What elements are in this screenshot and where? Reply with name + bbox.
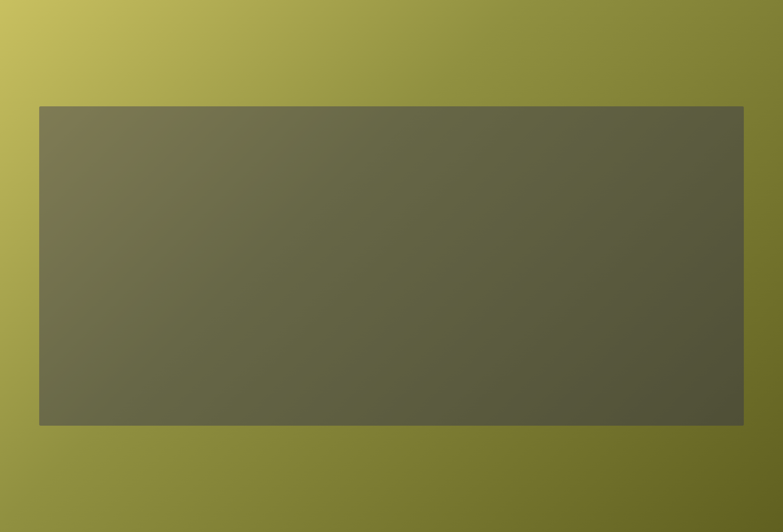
image-cell-6[interactable]	[716, 179, 778, 206]
image-thumb-6	[716, 179, 778, 205]
right-panel: Front Design Back Design BACKGROUND > FR…	[645, 22, 783, 510]
image-grid: Pietro De Grandi Gabriel Jimenez	[645, 81, 783, 206]
main-content: John, time to get that oil change $20 of…	[0, 22, 783, 510]
